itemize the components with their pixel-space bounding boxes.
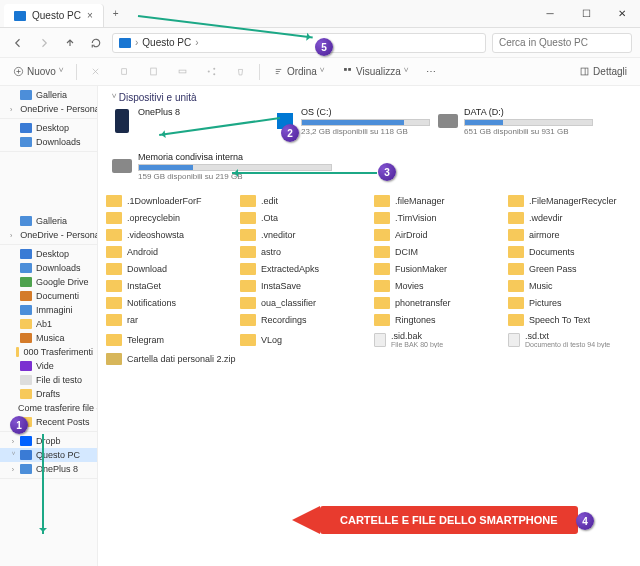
folder-item[interactable]: .videoshowsta: [106, 229, 230, 241]
search-input[interactable]: [492, 33, 632, 53]
section-header[interactable]: ⱽ Dispositivi e unità: [106, 90, 632, 107]
sidebar[interactable]: Galleria›OneDrive - Personal DesktopDown…: [0, 86, 98, 566]
folder-item[interactable]: .oprecyclebin: [106, 212, 230, 224]
sidebar-item[interactable]: Google Drive: [0, 275, 97, 289]
new-tab-button[interactable]: +: [104, 0, 128, 27]
svg-point-5: [213, 68, 215, 70]
folder-item[interactable]: Movies: [374, 280, 498, 292]
device-item[interactable]: DATA (D:)651 GB disponibili su 931 GB: [438, 107, 593, 136]
back-button[interactable]: [8, 33, 28, 53]
folder-item[interactable]: Ringtones: [374, 314, 498, 326]
folder-item[interactable]: DCIM: [374, 246, 498, 258]
tab-close-icon[interactable]: ×: [87, 10, 93, 21]
folder-item[interactable]: .wdevdir: [508, 212, 632, 224]
forward-button[interactable]: [34, 33, 54, 53]
folder-icon: [20, 216, 32, 226]
folder-item[interactable]: .vneditor: [240, 229, 364, 241]
folder-icon: [240, 263, 256, 275]
sidebar-item[interactable]: Downloads: [0, 261, 97, 275]
rename-button[interactable]: [172, 64, 193, 79]
file-icon: [374, 333, 386, 347]
sidebar-item[interactable]: ›OneDrive - Personal: [0, 228, 97, 242]
sidebar-item[interactable]: Drafts: [0, 387, 97, 401]
sidebar-item[interactable]: Downloads: [0, 135, 97, 149]
minimize-button[interactable]: ─: [532, 0, 568, 27]
folder-item[interactable]: Notifications: [106, 297, 230, 309]
sidebar-item[interactable]: Vide: [0, 359, 97, 373]
folder-item[interactable]: FusionMaker: [374, 263, 498, 275]
folder-item[interactable]: .TimVision: [374, 212, 498, 224]
delete-button[interactable]: [230, 64, 251, 79]
folder-item[interactable]: ExtractedApks: [240, 263, 364, 275]
folder-icon: [374, 297, 390, 309]
sidebar-item[interactable]: File di testo: [0, 373, 97, 387]
cut-button[interactable]: [85, 64, 106, 79]
folder-item[interactable]: .edit: [240, 195, 364, 207]
sidebar-item[interactable]: ›OnePlus 8: [0, 462, 97, 476]
sidebar-item[interactable]: Musica: [0, 331, 97, 345]
sidebar-item[interactable]: ›Dropb: [0, 434, 97, 448]
device-item[interactable]: Memoria condivisa interna159 GB disponib…: [112, 152, 332, 181]
folder-item[interactable]: Android: [106, 246, 230, 258]
pc-icon: [119, 38, 131, 48]
folder-item[interactable]: .1DownloaderForF: [106, 195, 230, 207]
sidebar-item[interactable]: Ab1: [0, 317, 97, 331]
more-button[interactable]: ⋯: [421, 64, 441, 79]
folder-item[interactable]: oua_classifier: [240, 297, 364, 309]
file-label: .sid.bakFile BAK 80 byte: [391, 331, 443, 348]
maximize-button[interactable]: ☐: [568, 0, 604, 27]
folder-item[interactable]: Pictures: [508, 297, 632, 309]
sidebar-item[interactable]: Galleria: [0, 88, 97, 102]
sidebar-item[interactable]: Desktop: [0, 247, 97, 261]
folder-item[interactable]: .Ota: [240, 212, 364, 224]
folder-item[interactable]: .FileManagerRecycler: [508, 195, 632, 207]
folder-icon: [240, 246, 256, 258]
sidebar-item[interactable]: Immagini: [0, 303, 97, 317]
zip-icon: [106, 353, 122, 365]
folder-item[interactable]: phonetransfer: [374, 297, 498, 309]
copy-button[interactable]: [114, 64, 135, 79]
folder-item[interactable]: Download: [106, 263, 230, 275]
folder-item[interactable]: Documents: [508, 246, 632, 258]
folder-item[interactable]: InstaSave: [240, 280, 364, 292]
folder-item[interactable]: InstaGet: [106, 280, 230, 292]
details-pane-button[interactable]: Dettagli: [574, 64, 632, 79]
file-item[interactable]: Cartella dati personali 2.zip: [106, 353, 632, 365]
paste-button[interactable]: [143, 64, 164, 79]
sidebar-item[interactable]: Desktop: [0, 121, 97, 135]
folder-item[interactable]: .fileManager: [374, 195, 498, 207]
content-pane[interactable]: ⱽ Dispositivi e unità OnePlus 8OS (C:)23…: [98, 86, 640, 566]
folder-item[interactable]: Telegram: [106, 331, 230, 348]
share-button[interactable]: [201, 64, 222, 79]
folder-icon: [508, 195, 524, 207]
folder-item[interactable]: rar: [106, 314, 230, 326]
folder-item[interactable]: Music: [508, 280, 632, 292]
folder-item[interactable]: VLog: [240, 331, 364, 348]
sidebar-item-label: Downloads: [36, 137, 81, 147]
new-button[interactable]: Nuovoⱽ: [8, 64, 68, 79]
sidebar-item[interactable]: 000 Trasferimenti: [0, 345, 97, 359]
sidebar-item-label: Google Drive: [36, 277, 89, 287]
file-item[interactable]: .sd.txtDocumento di testo 94 byte: [508, 331, 632, 348]
view-button[interactable]: Visualizzaⱽ: [337, 64, 413, 79]
sidebar-item[interactable]: Come trasferire file d: [0, 401, 97, 415]
up-button[interactable]: [60, 33, 80, 53]
refresh-button[interactable]: [86, 33, 106, 53]
folder-item[interactable]: Recordings: [240, 314, 364, 326]
folder-item[interactable]: airmore: [508, 229, 632, 241]
main-area: Galleria›OneDrive - Personal DesktopDown…: [0, 86, 640, 566]
window-tab[interactable]: Questo PC ×: [4, 4, 104, 27]
sidebar-item[interactable]: ⱽQuesto PC: [0, 448, 97, 462]
sidebar-item[interactable]: Galleria: [0, 214, 97, 228]
folder-item[interactable]: AirDroid: [374, 229, 498, 241]
sort-button[interactable]: Ordinaⱽ: [268, 64, 329, 79]
folder-icon: [106, 229, 122, 241]
file-item[interactable]: .sid.bakFile BAK 80 byte: [374, 331, 498, 348]
breadcrumb-segment[interactable]: Questo PC: [142, 37, 191, 48]
close-window-button[interactable]: ✕: [604, 0, 640, 27]
folder-item[interactable]: Green Pass: [508, 263, 632, 275]
sidebar-item[interactable]: ›OneDrive - Personal: [0, 102, 97, 116]
folder-item[interactable]: astro: [240, 246, 364, 258]
folder-item[interactable]: Speech To Text: [508, 314, 632, 326]
sidebar-item[interactable]: Documenti: [0, 289, 97, 303]
